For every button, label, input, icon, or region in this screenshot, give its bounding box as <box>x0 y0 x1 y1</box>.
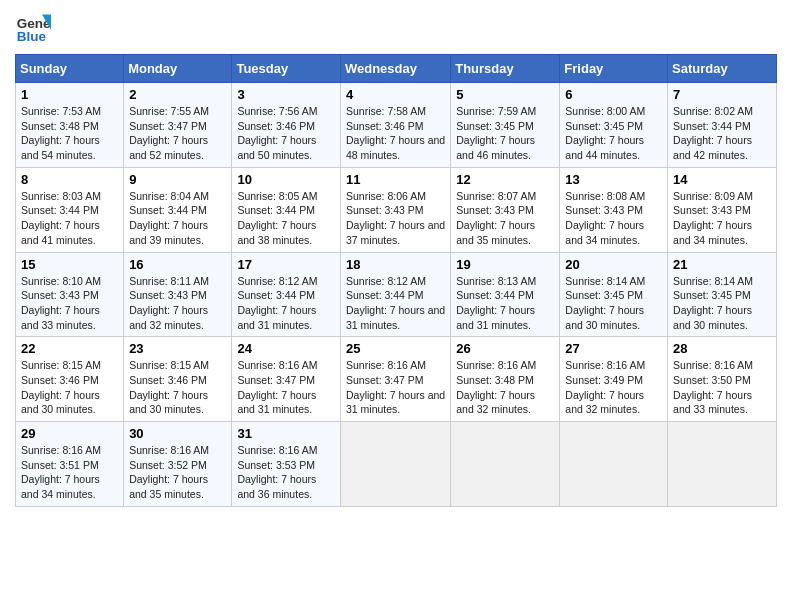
calendar-cell: 9Sunrise: 8:04 AMSunset: 3:44 PMDaylight… <box>124 167 232 252</box>
calendar-cell: 22Sunrise: 8:15 AMSunset: 3:46 PMDayligh… <box>16 337 124 422</box>
day-number: 28 <box>673 341 771 356</box>
calendar-cell: 2Sunrise: 7:55 AMSunset: 3:47 PMDaylight… <box>124 83 232 168</box>
day-info: Sunrise: 8:12 AMSunset: 3:44 PMDaylight:… <box>237 274 335 333</box>
calendar-cell: 21Sunrise: 8:14 AMSunset: 3:45 PMDayligh… <box>668 252 777 337</box>
day-info: Sunrise: 8:12 AMSunset: 3:44 PMDaylight:… <box>346 274 445 333</box>
calendar-cell: 5Sunrise: 7:59 AMSunset: 3:45 PMDaylight… <box>451 83 560 168</box>
calendar-cell: 31Sunrise: 8:16 AMSunset: 3:53 PMDayligh… <box>232 422 341 507</box>
day-number: 24 <box>237 341 335 356</box>
calendar-cell: 14Sunrise: 8:09 AMSunset: 3:43 PMDayligh… <box>668 167 777 252</box>
day-number: 8 <box>21 172 118 187</box>
day-info: Sunrise: 8:16 AMSunset: 3:47 PMDaylight:… <box>237 358 335 417</box>
day-info: Sunrise: 8:02 AMSunset: 3:44 PMDaylight:… <box>673 104 771 163</box>
day-info: Sunrise: 8:00 AMSunset: 3:45 PMDaylight:… <box>565 104 662 163</box>
day-number: 1 <box>21 87 118 102</box>
calendar-table: SundayMondayTuesdayWednesdayThursdayFrid… <box>15 54 777 507</box>
day-number: 5 <box>456 87 554 102</box>
day-info: Sunrise: 8:16 AMSunset: 3:50 PMDaylight:… <box>673 358 771 417</box>
weekday-header: Thursday <box>451 55 560 83</box>
calendar-cell: 13Sunrise: 8:08 AMSunset: 3:43 PMDayligh… <box>560 167 668 252</box>
day-info: Sunrise: 7:56 AMSunset: 3:46 PMDaylight:… <box>237 104 335 163</box>
day-number: 25 <box>346 341 445 356</box>
day-number: 4 <box>346 87 445 102</box>
calendar-cell: 15Sunrise: 8:10 AMSunset: 3:43 PMDayligh… <box>16 252 124 337</box>
day-number: 2 <box>129 87 226 102</box>
logo: General Blue <box>15 10 53 46</box>
calendar-cell <box>668 422 777 507</box>
calendar-cell <box>560 422 668 507</box>
day-number: 26 <box>456 341 554 356</box>
day-info: Sunrise: 8:15 AMSunset: 3:46 PMDaylight:… <box>129 358 226 417</box>
calendar-cell: 11Sunrise: 8:06 AMSunset: 3:43 PMDayligh… <box>340 167 450 252</box>
day-number: 17 <box>237 257 335 272</box>
day-info: Sunrise: 8:16 AMSunset: 3:49 PMDaylight:… <box>565 358 662 417</box>
day-info: Sunrise: 8:04 AMSunset: 3:44 PMDaylight:… <box>129 189 226 248</box>
day-info: Sunrise: 8:05 AMSunset: 3:44 PMDaylight:… <box>237 189 335 248</box>
day-info: Sunrise: 8:16 AMSunset: 3:48 PMDaylight:… <box>456 358 554 417</box>
calendar-cell <box>451 422 560 507</box>
day-info: Sunrise: 8:09 AMSunset: 3:43 PMDaylight:… <box>673 189 771 248</box>
day-info: Sunrise: 8:06 AMSunset: 3:43 PMDaylight:… <box>346 189 445 248</box>
day-number: 11 <box>346 172 445 187</box>
weekday-header: Friday <box>560 55 668 83</box>
svg-text:Blue: Blue <box>17 29 47 44</box>
day-info: Sunrise: 8:16 AMSunset: 3:53 PMDaylight:… <box>237 443 335 502</box>
day-number: 9 <box>129 172 226 187</box>
header: General Blue <box>15 10 777 46</box>
day-info: Sunrise: 8:11 AMSunset: 3:43 PMDaylight:… <box>129 274 226 333</box>
day-number: 13 <box>565 172 662 187</box>
day-number: 12 <box>456 172 554 187</box>
weekday-header: Wednesday <box>340 55 450 83</box>
calendar-cell: 23Sunrise: 8:15 AMSunset: 3:46 PMDayligh… <box>124 337 232 422</box>
day-info: Sunrise: 8:14 AMSunset: 3:45 PMDaylight:… <box>673 274 771 333</box>
calendar-cell <box>340 422 450 507</box>
day-number: 15 <box>21 257 118 272</box>
calendar-cell: 24Sunrise: 8:16 AMSunset: 3:47 PMDayligh… <box>232 337 341 422</box>
calendar-cell: 20Sunrise: 8:14 AMSunset: 3:45 PMDayligh… <box>560 252 668 337</box>
weekday-header: Monday <box>124 55 232 83</box>
day-number: 29 <box>21 426 118 441</box>
calendar-cell: 29Sunrise: 8:16 AMSunset: 3:51 PMDayligh… <box>16 422 124 507</box>
calendar-cell: 26Sunrise: 8:16 AMSunset: 3:48 PMDayligh… <box>451 337 560 422</box>
day-info: Sunrise: 7:53 AMSunset: 3:48 PMDaylight:… <box>21 104 118 163</box>
day-info: Sunrise: 7:55 AMSunset: 3:47 PMDaylight:… <box>129 104 226 163</box>
day-info: Sunrise: 8:03 AMSunset: 3:44 PMDaylight:… <box>21 189 118 248</box>
calendar-cell: 8Sunrise: 8:03 AMSunset: 3:44 PMDaylight… <box>16 167 124 252</box>
calendar-cell: 12Sunrise: 8:07 AMSunset: 3:43 PMDayligh… <box>451 167 560 252</box>
day-info: Sunrise: 8:08 AMSunset: 3:43 PMDaylight:… <box>565 189 662 248</box>
calendar-cell: 18Sunrise: 8:12 AMSunset: 3:44 PMDayligh… <box>340 252 450 337</box>
calendar-cell: 19Sunrise: 8:13 AMSunset: 3:44 PMDayligh… <box>451 252 560 337</box>
day-number: 3 <box>237 87 335 102</box>
calendar-cell: 7Sunrise: 8:02 AMSunset: 3:44 PMDaylight… <box>668 83 777 168</box>
calendar-cell: 27Sunrise: 8:16 AMSunset: 3:49 PMDayligh… <box>560 337 668 422</box>
day-number: 16 <box>129 257 226 272</box>
day-number: 22 <box>21 341 118 356</box>
day-number: 6 <box>565 87 662 102</box>
day-number: 30 <box>129 426 226 441</box>
day-info: Sunrise: 8:14 AMSunset: 3:45 PMDaylight:… <box>565 274 662 333</box>
day-info: Sunrise: 8:15 AMSunset: 3:46 PMDaylight:… <box>21 358 118 417</box>
calendar-cell: 30Sunrise: 8:16 AMSunset: 3:52 PMDayligh… <box>124 422 232 507</box>
calendar-cell: 10Sunrise: 8:05 AMSunset: 3:44 PMDayligh… <box>232 167 341 252</box>
day-info: Sunrise: 8:16 AMSunset: 3:52 PMDaylight:… <box>129 443 226 502</box>
calendar-cell: 1Sunrise: 7:53 AMSunset: 3:48 PMDaylight… <box>16 83 124 168</box>
calendar-cell: 3Sunrise: 7:56 AMSunset: 3:46 PMDaylight… <box>232 83 341 168</box>
day-info: Sunrise: 7:58 AMSunset: 3:46 PMDaylight:… <box>346 104 445 163</box>
day-number: 27 <box>565 341 662 356</box>
day-info: Sunrise: 7:59 AMSunset: 3:45 PMDaylight:… <box>456 104 554 163</box>
day-info: Sunrise: 8:10 AMSunset: 3:43 PMDaylight:… <box>21 274 118 333</box>
weekday-header: Tuesday <box>232 55 341 83</box>
day-number: 19 <box>456 257 554 272</box>
day-number: 20 <box>565 257 662 272</box>
weekday-header: Sunday <box>16 55 124 83</box>
day-number: 14 <box>673 172 771 187</box>
day-number: 21 <box>673 257 771 272</box>
day-number: 18 <box>346 257 445 272</box>
calendar-cell: 4Sunrise: 7:58 AMSunset: 3:46 PMDaylight… <box>340 83 450 168</box>
weekday-header: Saturday <box>668 55 777 83</box>
day-number: 10 <box>237 172 335 187</box>
calendar-cell: 28Sunrise: 8:16 AMSunset: 3:50 PMDayligh… <box>668 337 777 422</box>
calendar-cell: 17Sunrise: 8:12 AMSunset: 3:44 PMDayligh… <box>232 252 341 337</box>
day-info: Sunrise: 8:16 AMSunset: 3:47 PMDaylight:… <box>346 358 445 417</box>
calendar-cell: 25Sunrise: 8:16 AMSunset: 3:47 PMDayligh… <box>340 337 450 422</box>
